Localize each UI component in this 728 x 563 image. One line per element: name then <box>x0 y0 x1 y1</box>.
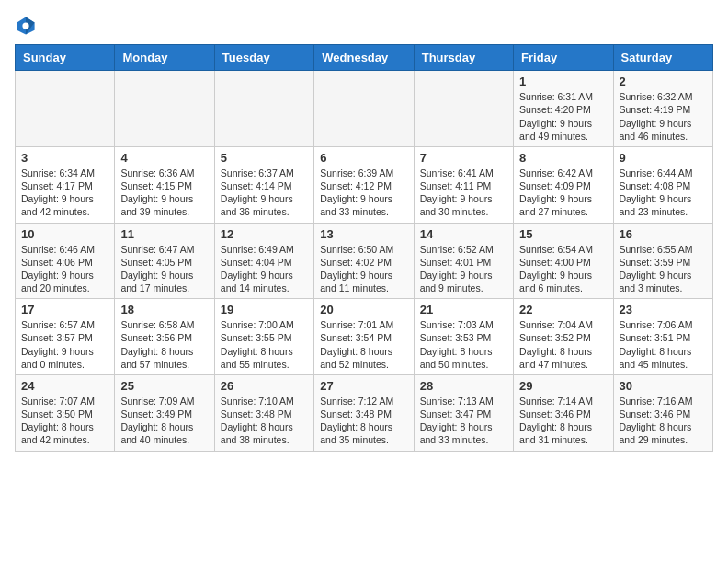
day-info: Sunrise: 6:46 AM Sunset: 4:06 PM Dayligh… <box>21 243 108 295</box>
calendar-cell: 1Sunrise: 6:31 AM Sunset: 4:20 PM Daylig… <box>514 71 613 147</box>
day-number: 19 <box>221 303 308 316</box>
day-info: Sunrise: 7:13 AM Sunset: 3:47 PM Dayligh… <box>420 395 507 447</box>
calendar-cell: 30Sunrise: 7:16 AM Sunset: 3:46 PM Dayli… <box>613 374 712 451</box>
day-info: Sunrise: 6:34 AM Sunset: 4:17 PM Dayligh… <box>21 167 108 219</box>
day-info: Sunrise: 7:07 AM Sunset: 3:50 PM Dayligh… <box>21 395 108 447</box>
day-info: Sunrise: 6:49 AM Sunset: 4:04 PM Dayligh… <box>221 243 308 295</box>
calendar-cell: 22Sunrise: 7:04 AM Sunset: 3:52 PM Dayli… <box>514 299 613 375</box>
day-number: 23 <box>620 303 707 316</box>
calendar-cell: 12Sunrise: 6:49 AM Sunset: 4:04 PM Dayli… <box>214 223 313 299</box>
calendar-cell: 28Sunrise: 7:13 AM Sunset: 3:47 PM Dayli… <box>414 374 513 451</box>
day-number: 13 <box>320 227 407 241</box>
calendar-day-header: Tuesday <box>214 45 313 71</box>
calendar-cell: 3Sunrise: 6:34 AM Sunset: 4:17 PM Daylig… <box>16 146 115 223</box>
day-number: 24 <box>21 379 108 393</box>
calendar-cell: 4Sunrise: 6:36 AM Sunset: 4:15 PM Daylig… <box>115 146 214 223</box>
day-number: 4 <box>120 151 208 165</box>
day-info: Sunrise: 6:50 AM Sunset: 4:02 PM Dayligh… <box>320 243 407 295</box>
day-info: Sunrise: 6:41 AM Sunset: 4:11 PM Dayligh… <box>420 167 507 219</box>
day-number: 2 <box>620 75 707 88</box>
calendar-week-row: 24Sunrise: 7:07 AM Sunset: 3:50 PM Dayli… <box>16 374 713 451</box>
svg-point-2 <box>22 22 28 29</box>
day-number: 12 <box>221 227 308 241</box>
calendar-day-header: Saturday <box>613 45 712 71</box>
day-info: Sunrise: 6:55 AM Sunset: 3:59 PM Dayligh… <box>620 243 707 295</box>
logo-icon <box>15 15 37 37</box>
calendar-table: SundayMondayTuesdayWednesdayThursdayFrid… <box>15 44 713 451</box>
calendar-week-row: 17Sunrise: 6:57 AM Sunset: 3:57 PM Dayli… <box>16 299 713 375</box>
calendar-week-row: 10Sunrise: 6:46 AM Sunset: 4:06 PM Dayli… <box>16 223 713 299</box>
calendar-cell: 24Sunrise: 7:07 AM Sunset: 3:50 PM Dayli… <box>16 374 115 451</box>
calendar-day-header: Thursday <box>414 45 513 71</box>
calendar-cell: 21Sunrise: 7:03 AM Sunset: 3:53 PM Dayli… <box>414 299 513 375</box>
day-info: Sunrise: 6:52 AM Sunset: 4:01 PM Dayligh… <box>420 243 507 295</box>
calendar-cell: 19Sunrise: 7:00 AM Sunset: 3:55 PM Dayli… <box>214 299 313 375</box>
calendar-cell: 25Sunrise: 7:09 AM Sunset: 3:49 PM Dayli… <box>115 374 214 451</box>
day-info: Sunrise: 7:12 AM Sunset: 3:48 PM Dayligh… <box>320 395 407 447</box>
calendar-cell: 15Sunrise: 6:54 AM Sunset: 4:00 PM Dayli… <box>514 223 613 299</box>
calendar-cell: 6Sunrise: 6:39 AM Sunset: 4:12 PM Daylig… <box>314 146 414 223</box>
calendar-cell: 20Sunrise: 7:01 AM Sunset: 3:54 PM Dayli… <box>314 299 414 375</box>
day-info: Sunrise: 7:04 AM Sunset: 3:52 PM Dayligh… <box>519 318 607 371</box>
day-info: Sunrise: 6:57 AM Sunset: 3:57 PM Dayligh… <box>21 318 108 371</box>
calendar-cell: 7Sunrise: 6:41 AM Sunset: 4:11 PM Daylig… <box>414 146 513 223</box>
calendar-cell: 26Sunrise: 7:10 AM Sunset: 3:48 PM Dayli… <box>214 374 313 451</box>
page-header <box>15 15 713 37</box>
calendar-cell <box>214 71 313 147</box>
day-info: Sunrise: 6:37 AM Sunset: 4:14 PM Dayligh… <box>221 167 308 219</box>
calendar-cell: 2Sunrise: 6:32 AM Sunset: 4:19 PM Daylig… <box>613 71 712 147</box>
day-info: Sunrise: 7:01 AM Sunset: 3:54 PM Dayligh… <box>320 318 407 371</box>
day-info: Sunrise: 6:36 AM Sunset: 4:15 PM Dayligh… <box>120 167 208 219</box>
day-info: Sunrise: 6:31 AM Sunset: 4:20 PM Dayligh… <box>519 90 607 143</box>
calendar-cell: 13Sunrise: 6:50 AM Sunset: 4:02 PM Dayli… <box>314 223 414 299</box>
calendar-day-header: Wednesday <box>314 45 414 71</box>
day-number: 22 <box>519 303 607 316</box>
logo <box>15 15 40 37</box>
day-info: Sunrise: 6:47 AM Sunset: 4:05 PM Dayligh… <box>120 243 208 295</box>
day-number: 29 <box>519 379 607 393</box>
day-info: Sunrise: 6:58 AM Sunset: 3:56 PM Dayligh… <box>120 318 208 371</box>
day-number: 6 <box>320 151 407 165</box>
calendar-cell <box>314 71 414 147</box>
day-number: 15 <box>519 227 607 241</box>
day-info: Sunrise: 6:44 AM Sunset: 4:08 PM Dayligh… <box>620 167 707 219</box>
calendar-cell: 10Sunrise: 6:46 AM Sunset: 4:06 PM Dayli… <box>16 223 115 299</box>
calendar-cell: 29Sunrise: 7:14 AM Sunset: 3:46 PM Dayli… <box>514 374 613 451</box>
calendar-cell: 17Sunrise: 6:57 AM Sunset: 3:57 PM Dayli… <box>16 299 115 375</box>
day-number: 11 <box>120 227 208 241</box>
day-info: Sunrise: 7:06 AM Sunset: 3:51 PM Dayligh… <box>620 318 707 371</box>
calendar-day-header: Friday <box>514 45 613 71</box>
calendar-cell: 27Sunrise: 7:12 AM Sunset: 3:48 PM Dayli… <box>314 374 414 451</box>
day-number: 1 <box>519 75 607 88</box>
calendar-cell: 8Sunrise: 6:42 AM Sunset: 4:09 PM Daylig… <box>514 146 613 223</box>
calendar-cell: 18Sunrise: 6:58 AM Sunset: 3:56 PM Dayli… <box>115 299 214 375</box>
day-number: 18 <box>120 303 208 316</box>
calendar-cell <box>16 71 115 147</box>
day-number: 9 <box>620 151 707 165</box>
calendar-week-row: 1Sunrise: 6:31 AM Sunset: 4:20 PM Daylig… <box>16 71 713 147</box>
day-info: Sunrise: 6:42 AM Sunset: 4:09 PM Dayligh… <box>519 167 607 219</box>
day-number: 8 <box>519 151 607 165</box>
day-number: 30 <box>620 379 707 393</box>
day-info: Sunrise: 7:09 AM Sunset: 3:49 PM Dayligh… <box>120 395 208 447</box>
day-info: Sunrise: 7:03 AM Sunset: 3:53 PM Dayligh… <box>420 318 507 371</box>
day-number: 17 <box>21 303 108 316</box>
day-number: 7 <box>420 151 507 165</box>
calendar-cell: 14Sunrise: 6:52 AM Sunset: 4:01 PM Dayli… <box>414 223 513 299</box>
day-number: 27 <box>320 379 407 393</box>
day-number: 21 <box>420 303 507 316</box>
day-number: 3 <box>21 151 108 165</box>
calendar-cell: 23Sunrise: 7:06 AM Sunset: 3:51 PM Dayli… <box>613 299 712 375</box>
calendar-cell: 5Sunrise: 6:37 AM Sunset: 4:14 PM Daylig… <box>214 146 313 223</box>
day-number: 5 <box>221 151 308 165</box>
calendar-cell <box>115 71 214 147</box>
day-info: Sunrise: 6:39 AM Sunset: 4:12 PM Dayligh… <box>320 167 407 219</box>
calendar-cell: 9Sunrise: 6:44 AM Sunset: 4:08 PM Daylig… <box>613 146 712 223</box>
day-info: Sunrise: 6:32 AM Sunset: 4:19 PM Dayligh… <box>620 90 707 143</box>
day-number: 26 <box>221 379 308 393</box>
calendar-header-row: SundayMondayTuesdayWednesdayThursdayFrid… <box>16 45 713 71</box>
calendar-cell: 11Sunrise: 6:47 AM Sunset: 4:05 PM Dayli… <box>115 223 214 299</box>
calendar-day-header: Monday <box>115 45 214 71</box>
day-number: 10 <box>21 227 108 241</box>
day-info: Sunrise: 6:54 AM Sunset: 4:00 PM Dayligh… <box>519 243 607 295</box>
